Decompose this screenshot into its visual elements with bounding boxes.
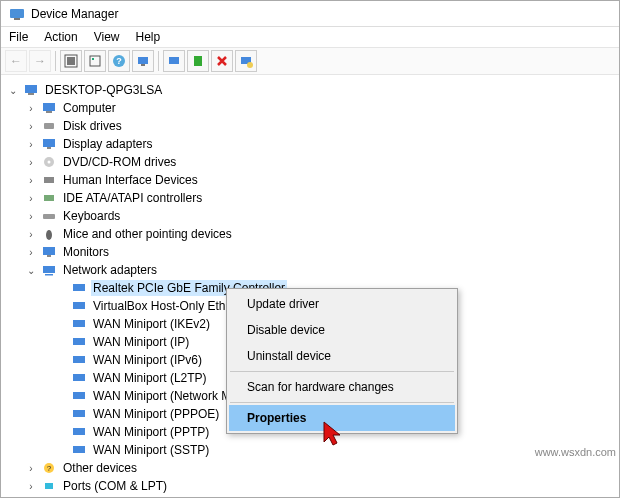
expander-icon[interactable]: › xyxy=(25,102,37,114)
svg-rect-9 xyxy=(141,64,145,66)
svg-rect-0 xyxy=(10,9,24,18)
svg-point-13 xyxy=(247,62,253,68)
menu-help[interactable]: Help xyxy=(136,30,161,44)
device-wan-sstp[interactable]: WAN Miniport (SSTP) xyxy=(3,441,617,459)
expander-icon[interactable]: ⌄ xyxy=(7,84,19,96)
ctx-scan-hardware[interactable]: Scan for hardware changes xyxy=(229,374,455,400)
category-display[interactable]: ›Display adapters xyxy=(3,135,617,153)
context-menu: Update driver Disable device Uninstall d… xyxy=(226,288,458,434)
svg-rect-15 xyxy=(28,93,34,95)
svg-rect-1 xyxy=(14,18,20,20)
help-button[interactable]: ? xyxy=(108,50,130,72)
computer-icon xyxy=(23,82,39,98)
expander-icon[interactable]: › xyxy=(25,462,37,474)
toolbar-separator xyxy=(158,51,159,71)
svg-rect-11 xyxy=(194,56,202,66)
menu-view[interactable]: View xyxy=(94,30,120,44)
titlebar: Device Manager xyxy=(1,1,619,27)
svg-point-26 xyxy=(46,230,52,240)
svg-rect-20 xyxy=(47,147,51,149)
expander-icon[interactable]: ⌄ xyxy=(25,264,37,276)
forward-button: → xyxy=(29,50,51,72)
expander-icon[interactable]: › xyxy=(25,192,37,204)
svg-rect-23 xyxy=(44,177,54,183)
ide-icon xyxy=(41,190,57,206)
computer-icon xyxy=(41,100,57,116)
window-title: Device Manager xyxy=(31,7,118,21)
svg-rect-32 xyxy=(73,302,85,309)
category-ide[interactable]: ›IDE ATA/ATAPI controllers xyxy=(3,189,617,207)
disable-button[interactable] xyxy=(235,50,257,72)
network-adapter-icon xyxy=(71,316,87,332)
category-monitors[interactable]: ›Monitors xyxy=(3,243,617,261)
svg-rect-14 xyxy=(25,85,37,93)
dvd-icon xyxy=(41,154,57,170)
category-dvd[interactable]: ›DVD/CD-ROM drives xyxy=(3,153,617,171)
root-node[interactable]: ⌄ DESKTOP-QPG3LSA xyxy=(3,81,617,99)
svg-rect-39 xyxy=(73,428,85,435)
ctx-properties[interactable]: Properties xyxy=(229,405,455,431)
ctx-uninstall-device[interactable]: Uninstall device xyxy=(229,343,455,369)
category-ports[interactable]: ›Ports (COM & LPT) xyxy=(3,477,617,495)
expander-icon[interactable]: › xyxy=(25,120,37,132)
svg-rect-33 xyxy=(73,320,85,327)
svg-text:?: ? xyxy=(116,56,122,66)
ctx-update-driver[interactable]: Update driver xyxy=(229,291,455,317)
expander-icon[interactable]: › xyxy=(25,174,37,186)
ctx-disable-device[interactable]: Disable device xyxy=(229,317,455,343)
network-adapter-icon xyxy=(71,406,87,422)
display-icon xyxy=(41,136,57,152)
ports-icon xyxy=(41,478,57,494)
menu-action[interactable]: Action xyxy=(44,30,77,44)
back-button: ← xyxy=(5,50,27,72)
ctx-separator xyxy=(230,402,454,403)
mouse-icon xyxy=(41,226,57,242)
expander-icon[interactable]: › xyxy=(25,246,37,258)
network-adapter-icon xyxy=(71,370,87,386)
keyboard-icon xyxy=(41,208,57,224)
hid-icon xyxy=(41,172,57,188)
svg-rect-38 xyxy=(73,410,85,417)
other-icon: ? xyxy=(41,460,57,476)
properties-button[interactable] xyxy=(84,50,106,72)
svg-rect-8 xyxy=(138,57,148,64)
menu-file[interactable]: File xyxy=(9,30,28,44)
uninstall-button[interactable] xyxy=(211,50,233,72)
network-adapter-icon xyxy=(71,442,87,458)
network-icon xyxy=(41,262,57,278)
category-network[interactable]: ⌄Network adapters xyxy=(3,261,617,279)
category-keyboards[interactable]: ›Keyboards xyxy=(3,207,617,225)
svg-rect-5 xyxy=(92,58,94,60)
network-adapter-icon xyxy=(71,424,87,440)
expander-icon[interactable]: › xyxy=(25,138,37,150)
watermark: www.wsxdn.com xyxy=(535,446,616,458)
category-hid[interactable]: ›Human Interface Devices xyxy=(3,171,617,189)
toolbar: ← → ? xyxy=(1,47,619,75)
svg-rect-28 xyxy=(47,255,51,257)
svg-rect-37 xyxy=(73,392,85,399)
expander-icon[interactable]: › xyxy=(25,480,37,492)
svg-rect-31 xyxy=(73,284,85,291)
svg-rect-18 xyxy=(44,123,54,129)
svg-rect-34 xyxy=(73,338,85,345)
network-adapter-icon xyxy=(71,280,87,296)
svg-text:?: ? xyxy=(47,464,52,473)
expander-icon[interactable]: › xyxy=(25,228,37,240)
network-adapter-icon xyxy=(71,334,87,350)
svg-rect-29 xyxy=(43,266,55,273)
expander-icon[interactable]: › xyxy=(25,156,37,168)
app-icon xyxy=(9,6,25,22)
category-disk[interactable]: ›Disk drives xyxy=(3,117,617,135)
scan-hardware-button[interactable] xyxy=(187,50,209,72)
refresh-button[interactable] xyxy=(132,50,154,72)
svg-rect-10 xyxy=(169,57,179,64)
category-mice[interactable]: ›Mice and other pointing devices xyxy=(3,225,617,243)
svg-rect-19 xyxy=(43,139,55,147)
svg-rect-35 xyxy=(73,356,85,363)
category-computer[interactable]: ›Computer xyxy=(3,99,617,117)
svg-rect-36 xyxy=(73,374,85,381)
expander-icon[interactable]: › xyxy=(25,210,37,222)
update-driver-button[interactable] xyxy=(163,50,185,72)
category-other[interactable]: ›?Other devices xyxy=(3,459,617,477)
show-hidden-button[interactable] xyxy=(60,50,82,72)
